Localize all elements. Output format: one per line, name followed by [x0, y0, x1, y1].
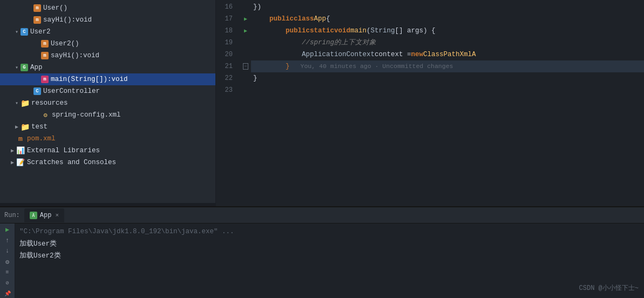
sidebar-item-label: sayHi():void — [43, 16, 92, 24]
console-line-2: 加载User2类 — [19, 249, 640, 261]
line-num-20: 20 — [216, 49, 236, 60]
code-line-21: }You, 40 minutes ago · Uncommitted chang… — [251, 60, 644, 72]
console-line-command: "C:\Program Files\Java\jdk1.8.0_192\bin\… — [19, 226, 640, 238]
sidebar-item-external-libs[interactable]: ▶ 📊 External Libraries — [0, 145, 215, 157]
scroll-up-button[interactable]: ↑ — [2, 236, 13, 245]
console-body: ▶ ↑ ↓ ⚙ ≡ ⊘ 📌 "C:\Program Files\Java\jdk… — [0, 223, 644, 298]
sidebar-item-pom[interactable]: m pom.xml — [0, 133, 215, 145]
sidebar-item-main-method[interactable]: m main(String[]):void — [0, 73, 215, 85]
sidebar-item-label: User2() — [51, 40, 79, 48]
line-num-22: 22 — [216, 72, 236, 84]
expand-arrow-icon: ▾ — [13, 100, 21, 106]
expand-arrow-icon: ▾ — [13, 29, 21, 35]
collapsed-arrow-icon: ▶ — [9, 147, 16, 154]
scroll-down-button[interactable]: ↓ — [2, 247, 13, 255]
sidebar-item-label: sayHi():void — [51, 52, 99, 59]
folder-icon: 📁 — [21, 123, 29, 131]
scratch-icon: 📝 — [16, 158, 25, 167]
sidebar-item-user-constructor[interactable]: m User() — [0, 2, 215, 14]
line-num-21: 21 — [216, 60, 236, 72]
bottom-tabs: Run: A App × — [0, 207, 644, 223]
sidebar-item-label: pom.xml — [27, 135, 56, 143]
xml-icon: ⚙ — [41, 111, 50, 119]
console-line-1: 加载User类 — [19, 238, 640, 249]
run-tab-app[interactable]: A App × — [24, 208, 64, 222]
code-line-23 — [251, 84, 644, 96]
sidebar-item-user2-sayhi[interactable]: m sayHi():void — [0, 50, 215, 62]
gutter-23 — [240, 84, 251, 96]
console-text: "C:\Program Files\Java\jdk1.8.0_192\bin\… — [19, 228, 234, 235]
pin-button[interactable]: 📌 — [2, 289, 13, 298]
sidebar-item-user2[interactable]: ▾ C User2 — [0, 26, 215, 38]
gutter-21[interactable]: − — [240, 60, 251, 72]
sidebar-item-label: App — [30, 64, 43, 71]
run-tab-label: App — [40, 212, 52, 219]
line-num-23: 23 — [216, 84, 236, 96]
app-run-icon: A — [31, 213, 36, 218]
line-num-18: 18 — [216, 25, 236, 37]
sidebar-item-user-controller[interactable]: C UserController — [0, 85, 215, 97]
settings-button[interactable]: ⚙ — [2, 258, 13, 266]
sidebar-item-spring-config[interactable]: ⚙ spring-config.xml — [0, 109, 215, 121]
sidebar-item-label: UserController — [43, 87, 100, 95]
console-text: 加载User2类 — [19, 251, 61, 260]
sidebar-item-user2-constructor[interactable]: m User2() — [0, 38, 215, 50]
library-icon: 📊 — [16, 146, 25, 155]
clear-button[interactable]: ⊘ — [2, 279, 13, 288]
fold-icon: − — [243, 63, 248, 70]
line-num-17: 17 — [216, 13, 236, 25]
sidebar-tree: m User() m sayHi():void ▾ C User2 — [0, 0, 215, 203]
editor-gutter: ▶ ▶ − — [240, 0, 251, 206]
svg-text:A: A — [32, 213, 35, 218]
run-tab-icon: A — [30, 212, 37, 219]
sidebar-item-label: spring-config.xml — [52, 111, 121, 119]
gutter-19 — [240, 37, 251, 49]
line-num-19: 19 — [216, 37, 236, 49]
blame-annotation: You, 40 minutes ago · Uncommitted change… — [301, 60, 453, 72]
line-num-16: 16 — [216, 1, 236, 13]
sidebar-item-resources[interactable]: ▾ 📁 resources — [0, 97, 215, 109]
run-label: Run: — [4, 212, 20, 219]
sidebar: m User() m sayHi():void ▾ C User2 — [0, 0, 216, 206]
sidebar-item-test[interactable]: ▶ 📁 test — [0, 121, 215, 133]
method-icon: m — [41, 52, 49, 59]
method-icon: m — [33, 4, 41, 12]
gutter-17[interactable]: ▶ — [240, 13, 251, 25]
sidebar-item-label: Scratches and Consoles — [27, 159, 116, 166]
sidebar-item-label: User() — [43, 4, 67, 12]
gutter-18[interactable]: ▶ — [240, 25, 251, 37]
run-button[interactable]: ▶ — [2, 226, 13, 234]
editor-content: 16 17 18 19 20 21 22 23 ▶ ▶ — [216, 0, 644, 206]
pom-icon: m — [16, 134, 25, 143]
folder-icon: 📁 — [21, 99, 29, 107]
sidebar-item-app[interactable]: ▾ G App — [0, 62, 215, 73]
method-icon: m — [33, 16, 41, 24]
code-line-16: }) — [251, 1, 644, 13]
sidebar-item-label: User2 — [30, 28, 51, 36]
sidebar-item-scratches[interactable]: ▶ 📝 Scratches and Consoles — [0, 157, 215, 168]
code-line-18: public static void main(String[] args) { — [251, 25, 644, 37]
sidebar-item-label: test — [31, 123, 48, 131]
console-output[interactable]: "C:\Program Files\Java\jdk1.8.0_192\bin\… — [15, 223, 644, 298]
editor-area: 16 17 18 19 20 21 22 23 ▶ ▶ — [216, 0, 644, 206]
sidebar-item-label: main(String[]):void — [51, 76, 128, 83]
collapsed-arrow-icon: ▶ — [13, 124, 21, 130]
watermark-text: CSDN @小小怪下士~ — [579, 285, 639, 292]
method-icon: m — [41, 40, 49, 48]
gutter-20 — [240, 49, 251, 60]
class-icon: C — [21, 28, 28, 36]
watermark: CSDN @小小怪下士~ — [579, 283, 639, 293]
sidebar-item-label: External Libraries — [27, 147, 100, 154]
run-arrow-icon: ▶ — [244, 16, 247, 22]
code-line-20: ApplicationContext context = new ClassPa… — [251, 49, 644, 60]
tab-close-button[interactable]: × — [55, 212, 59, 219]
code-lines[interactable]: }) public class App { public static void… — [251, 0, 644, 206]
class-g-icon: G — [21, 64, 28, 71]
sidebar-item-user-sayhi[interactable]: m sayHi():void — [0, 14, 215, 26]
class-icon: C — [33, 87, 41, 95]
expand-arrow-icon: ▾ — [13, 64, 21, 71]
console-toolbar: ▶ ↑ ↓ ⚙ ≡ ⊘ 📌 — [0, 223, 15, 298]
gutter-16 — [240, 1, 251, 13]
run-arrow-icon: ▶ — [244, 28, 247, 34]
wrap-button[interactable]: ≡ — [2, 268, 13, 277]
